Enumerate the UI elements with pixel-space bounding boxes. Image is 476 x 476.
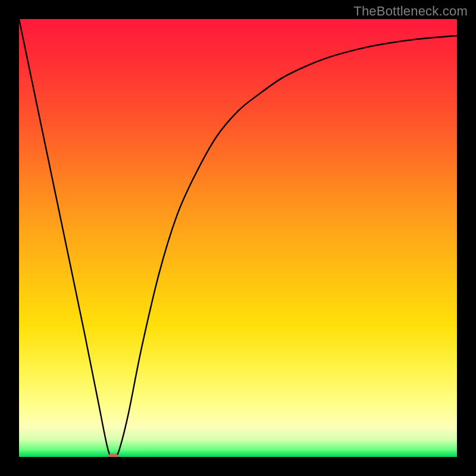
optimum-marker — [108, 454, 118, 458]
curve-path — [19, 19, 457, 457]
attribution-label: TheBottleneck.com — [353, 4, 468, 19]
chart-container: TheBottleneck.com — [0, 0, 476, 476]
plot-area — [19, 19, 457, 457]
bottleneck-curve — [19, 19, 457, 457]
